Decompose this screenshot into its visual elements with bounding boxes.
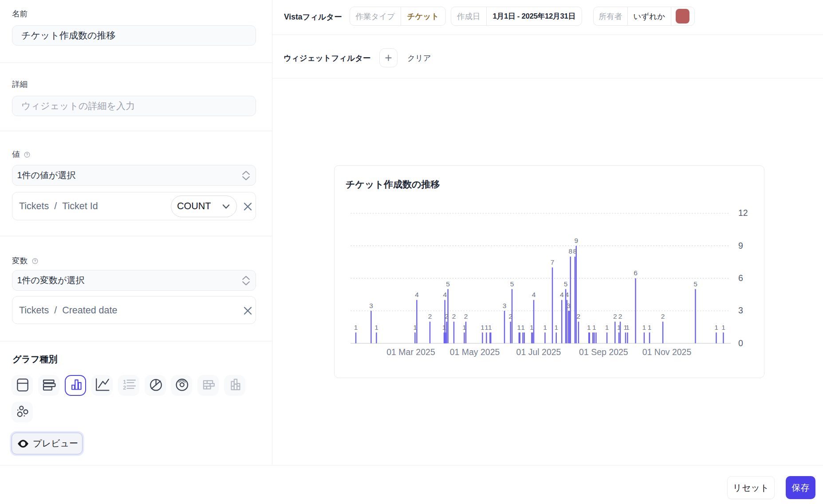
svg-text:1: 1 [123,379,126,385]
svg-text:01 Jul 2025: 01 Jul 2025 [516,347,561,357]
svg-text:2: 2 [577,313,581,320]
svg-text:1: 1 [721,324,725,331]
svg-text:1: 1 [374,324,378,331]
svg-text:2: 2 [464,313,468,320]
svg-text:01 Nov 2025: 01 Nov 2025 [642,347,692,357]
svg-text:1: 1 [617,324,621,331]
svg-text:2: 2 [613,313,617,320]
svg-text:9: 9 [738,241,743,250]
svg-text:4: 4 [443,291,447,298]
svg-text:4: 4 [560,291,564,298]
svg-text:5: 5 [564,280,568,288]
svg-text:4: 4 [532,291,536,298]
svg-text:1: 1 [530,324,534,331]
svg-text:2: 2 [618,313,622,320]
svg-text:1: 1 [605,324,609,331]
svg-text:6: 6 [738,273,743,283]
svg-text:2: 2 [661,313,665,320]
svg-text:6: 6 [634,269,638,277]
svg-text:1: 1 [626,324,630,331]
svg-text:1: 1 [642,324,646,331]
svg-text:1: 1 [480,324,484,331]
svg-text:1: 1 [517,324,521,331]
svg-text:1: 1 [521,324,525,331]
svg-text:5: 5 [510,280,514,288]
svg-text:4: 4 [415,291,419,298]
svg-text:1: 1 [442,324,446,331]
svg-text:01 Sep 2025: 01 Sep 2025 [579,347,628,357]
svg-text:1: 1 [543,324,547,331]
svg-text:01 May 2025: 01 May 2025 [450,347,500,357]
svg-text:1: 1 [462,324,466,331]
svg-text:12: 12 [738,208,748,218]
svg-text:2: 2 [452,313,456,320]
svg-text:8: 8 [573,247,577,255]
svg-text:4: 4 [565,291,569,298]
svg-text:3: 3 [369,302,373,309]
svg-text:5: 5 [693,280,697,288]
svg-text:1: 1 [554,324,558,331]
svg-text:1: 1 [587,324,591,331]
svg-text:3: 3 [503,302,507,309]
svg-text:2: 2 [428,313,432,320]
svg-text:01 Mar 2025: 01 Mar 2025 [386,347,435,357]
svg-text:8: 8 [568,247,572,255]
svg-text:1: 1 [354,324,358,331]
svg-text:0: 0 [738,338,743,348]
svg-text:3: 3 [567,302,571,309]
svg-text:1: 1 [592,324,596,331]
svg-text:5: 5 [446,280,450,288]
svg-text:3: 3 [738,305,743,315]
svg-text:1: 1 [488,324,492,331]
svg-text:9: 9 [574,237,578,244]
svg-text:7: 7 [551,258,555,266]
svg-text:2: 2 [508,313,512,320]
svg-text:2: 2 [123,385,126,391]
svg-text:1: 1 [714,324,718,331]
svg-text:2: 2 [445,313,449,320]
svg-text:1: 1 [648,324,652,331]
svg-text:1: 1 [413,324,417,331]
